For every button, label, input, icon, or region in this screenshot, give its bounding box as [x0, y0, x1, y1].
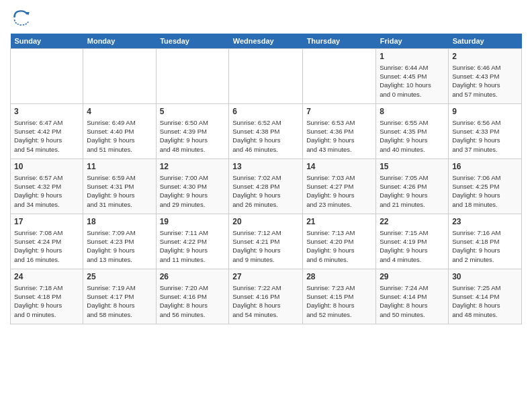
day-info: Sunrise: 6:50 AM Sunset: 4:39 PM Dayligh… — [160, 118, 226, 154]
day-number: 19 — [160, 216, 226, 228]
day-info: Sunrise: 7:23 AM Sunset: 4:15 PM Dayligh… — [306, 283, 372, 319]
day-number: 26 — [160, 271, 226, 283]
day-number: 14 — [306, 161, 372, 173]
day-number: 27 — [232, 271, 299, 283]
day-info: Sunrise: 6:53 AM Sunset: 4:36 PM Dayligh… — [306, 118, 372, 154]
day-cell: 30Sunrise: 7:25 AM Sunset: 4:14 PM Dayli… — [449, 269, 522, 324]
day-cell: 10Sunrise: 6:57 AM Sunset: 4:32 PM Dayli… — [11, 159, 83, 214]
day-number: 11 — [87, 161, 152, 173]
day-cell: 5Sunrise: 6:50 AM Sunset: 4:39 PM Daylig… — [156, 104, 229, 159]
header — [10, 7, 522, 28]
day-number: 20 — [232, 216, 299, 228]
day-info: Sunrise: 7:18 AM Sunset: 4:18 PM Dayligh… — [14, 283, 79, 319]
day-cell — [156, 49, 229, 104]
day-cell: 8Sunrise: 6:55 AM Sunset: 4:35 PM Daylig… — [376, 104, 449, 159]
day-info: Sunrise: 7:20 AM Sunset: 4:16 PM Dayligh… — [160, 283, 226, 319]
day-info: Sunrise: 6:56 AM Sunset: 4:33 PM Dayligh… — [452, 118, 518, 154]
day-cell: 9Sunrise: 6:56 AM Sunset: 4:33 PM Daylig… — [449, 104, 522, 159]
day-cell: 7Sunrise: 6:53 AM Sunset: 4:36 PM Daylig… — [303, 104, 376, 159]
day-cell: 27Sunrise: 7:22 AM Sunset: 4:16 PM Dayli… — [229, 269, 303, 324]
day-cell — [229, 49, 303, 104]
day-number: 28 — [306, 271, 372, 283]
day-number: 18 — [87, 216, 152, 228]
day-number: 12 — [160, 161, 226, 173]
day-info: Sunrise: 7:19 AM Sunset: 4:17 PM Dayligh… — [87, 283, 152, 319]
day-number: 3 — [14, 106, 79, 118]
day-cell: 13Sunrise: 7:02 AM Sunset: 4:28 PM Dayli… — [229, 159, 303, 214]
day-info: Sunrise: 7:00 AM Sunset: 4:30 PM Dayligh… — [160, 173, 226, 209]
day-cell — [303, 49, 376, 104]
calendar-table: SundayMondayTuesdayWednesdayThursdayFrid… — [10, 34, 522, 324]
day-info: Sunrise: 6:57 AM Sunset: 4:32 PM Dayligh… — [14, 173, 79, 209]
day-cell: 20Sunrise: 7:12 AM Sunset: 4:21 PM Dayli… — [229, 214, 303, 269]
day-info: Sunrise: 6:49 AM Sunset: 4:40 PM Dayligh… — [87, 118, 152, 154]
day-info: Sunrise: 7:15 AM Sunset: 4:19 PM Dayligh… — [380, 228, 445, 264]
day-number: 6 — [232, 106, 299, 118]
day-cell: 21Sunrise: 7:13 AM Sunset: 4:20 PM Dayli… — [303, 214, 376, 269]
day-info: Sunrise: 6:46 AM Sunset: 4:43 PM Dayligh… — [452, 63, 518, 99]
day-cell: 25Sunrise: 7:19 AM Sunset: 4:17 PM Dayli… — [83, 269, 156, 324]
page-container: SundayMondayTuesdayWednesdayThursdayFrid… — [0, 0, 532, 328]
day-info: Sunrise: 7:05 AM Sunset: 4:26 PM Dayligh… — [380, 173, 445, 209]
day-info: Sunrise: 7:12 AM Sunset: 4:21 PM Dayligh… — [232, 228, 299, 264]
day-info: Sunrise: 7:03 AM Sunset: 4:27 PM Dayligh… — [306, 173, 372, 209]
day-info: Sunrise: 6:52 AM Sunset: 4:38 PM Dayligh… — [232, 118, 299, 154]
week-row-4: 17Sunrise: 7:08 AM Sunset: 4:24 PM Dayli… — [11, 214, 522, 269]
day-number: 10 — [14, 161, 79, 173]
day-number: 25 — [87, 271, 152, 283]
day-number: 7 — [306, 106, 372, 118]
day-cell: 14Sunrise: 7:03 AM Sunset: 4:27 PM Dayli… — [303, 159, 376, 214]
logo — [10, 7, 34, 28]
weekday-header-sunday: Sunday — [11, 34, 83, 49]
day-info: Sunrise: 6:59 AM Sunset: 4:31 PM Dayligh… — [87, 173, 152, 209]
day-number: 17 — [14, 216, 79, 228]
day-info: Sunrise: 7:06 AM Sunset: 4:25 PM Dayligh… — [452, 173, 518, 209]
day-cell — [11, 49, 83, 104]
day-number: 22 — [380, 216, 445, 228]
day-cell: 22Sunrise: 7:15 AM Sunset: 4:19 PM Dayli… — [376, 214, 449, 269]
day-cell: 18Sunrise: 7:09 AM Sunset: 4:23 PM Dayli… — [83, 214, 156, 269]
day-cell: 28Sunrise: 7:23 AM Sunset: 4:15 PM Dayli… — [303, 269, 376, 324]
day-cell: 24Sunrise: 7:18 AM Sunset: 4:18 PM Dayli… — [11, 269, 83, 324]
day-info: Sunrise: 7:16 AM Sunset: 4:18 PM Dayligh… — [452, 228, 518, 264]
day-info: Sunrise: 6:44 AM Sunset: 4:45 PM Dayligh… — [380, 63, 445, 99]
day-info: Sunrise: 6:47 AM Sunset: 4:42 PM Dayligh… — [14, 118, 79, 154]
day-info: Sunrise: 7:22 AM Sunset: 4:16 PM Dayligh… — [232, 283, 299, 319]
day-cell: 17Sunrise: 7:08 AM Sunset: 4:24 PM Dayli… — [11, 214, 83, 269]
day-number: 13 — [232, 161, 299, 173]
day-cell: 23Sunrise: 7:16 AM Sunset: 4:18 PM Dayli… — [449, 214, 522, 269]
day-number: 1 — [380, 51, 445, 62]
day-info: Sunrise: 6:55 AM Sunset: 4:35 PM Dayligh… — [380, 118, 445, 154]
weekday-header-friday: Friday — [376, 34, 449, 49]
day-info: Sunrise: 7:11 AM Sunset: 4:22 PM Dayligh… — [160, 228, 226, 264]
weekday-header-tuesday: Tuesday — [156, 34, 229, 49]
day-cell: 2Sunrise: 6:46 AM Sunset: 4:43 PM Daylig… — [449, 49, 522, 104]
day-cell: 15Sunrise: 7:05 AM Sunset: 4:26 PM Dayli… — [376, 159, 449, 214]
day-number: 2 — [452, 51, 518, 62]
week-row-1: 1Sunrise: 6:44 AM Sunset: 4:45 PM Daylig… — [11, 49, 522, 104]
weekday-header-thursday: Thursday — [303, 34, 376, 49]
day-info: Sunrise: 7:09 AM Sunset: 4:23 PM Dayligh… — [87, 228, 152, 264]
day-cell: 12Sunrise: 7:00 AM Sunset: 4:30 PM Dayli… — [156, 159, 229, 214]
day-number: 23 — [452, 216, 518, 228]
day-cell: 16Sunrise: 7:06 AM Sunset: 4:25 PM Dayli… — [449, 159, 522, 214]
day-info: Sunrise: 7:08 AM Sunset: 4:24 PM Dayligh… — [14, 228, 79, 264]
weekday-header-monday: Monday — [83, 34, 156, 49]
weekday-header-saturday: Saturday — [449, 34, 522, 49]
day-number: 21 — [306, 216, 372, 228]
day-number: 30 — [452, 271, 518, 283]
day-number: 5 — [160, 106, 226, 118]
weekday-header-wednesday: Wednesday — [229, 34, 303, 49]
day-cell: 29Sunrise: 7:24 AM Sunset: 4:14 PM Dayli… — [376, 269, 449, 324]
week-row-2: 3Sunrise: 6:47 AM Sunset: 4:42 PM Daylig… — [11, 104, 522, 159]
day-number: 15 — [380, 161, 445, 173]
day-cell: 11Sunrise: 6:59 AM Sunset: 4:31 PM Dayli… — [83, 159, 156, 214]
day-number: 9 — [452, 106, 518, 118]
logo-icon — [10, 7, 32, 28]
day-cell: 26Sunrise: 7:20 AM Sunset: 4:16 PM Dayli… — [156, 269, 229, 324]
day-number: 24 — [14, 271, 79, 283]
day-cell: 6Sunrise: 6:52 AM Sunset: 4:38 PM Daylig… — [229, 104, 303, 159]
weekday-header-row: SundayMondayTuesdayWednesdayThursdayFrid… — [11, 34, 522, 49]
day-cell: 3Sunrise: 6:47 AM Sunset: 4:42 PM Daylig… — [11, 104, 83, 159]
day-info: Sunrise: 7:13 AM Sunset: 4:20 PM Dayligh… — [306, 228, 372, 264]
